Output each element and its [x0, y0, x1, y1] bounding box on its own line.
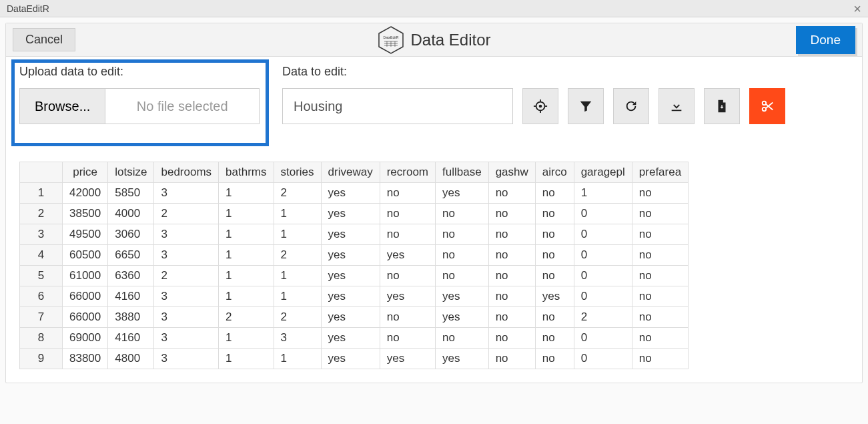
cell[interactable]: yes — [321, 266, 380, 286]
cell[interactable]: no — [436, 204, 489, 224]
done-button[interactable]: Done — [796, 26, 855, 54]
cell[interactable]: no — [488, 245, 535, 266]
cut-button[interactable] — [749, 88, 785, 124]
table-row[interactable]: 6660004160311yesyesyesnoyes0no — [20, 286, 689, 307]
cell[interactable]: no — [632, 224, 688, 245]
cell[interactable]: no — [488, 328, 535, 349]
row-number[interactable]: 2 — [20, 204, 63, 224]
cell[interactable]: 69000 — [63, 328, 108, 349]
cell[interactable]: 3 — [154, 183, 219, 204]
cell[interactable]: no — [632, 328, 688, 349]
row-number[interactable]: 8 — [20, 328, 63, 349]
table-row[interactable]: 2385004000211yesnononono0no — [20, 204, 689, 224]
column-header[interactable]: airco — [535, 162, 574, 183]
cell[interactable]: 0 — [574, 224, 632, 245]
cell[interactable]: 1 — [274, 204, 321, 224]
cell[interactable]: 3 — [154, 224, 219, 245]
file-button[interactable] — [704, 88, 740, 124]
cell[interactable]: 3880 — [108, 307, 154, 328]
close-icon[interactable]: × — [853, 2, 861, 15]
cell[interactable]: 6360 — [108, 266, 154, 286]
cell[interactable]: no — [535, 307, 574, 328]
cell[interactable]: 3 — [154, 286, 219, 307]
cell[interactable]: no — [632, 266, 688, 286]
table-row[interactable]: 8690004160313yesnononono0no — [20, 328, 689, 349]
cell[interactable]: 61000 — [63, 266, 108, 286]
cell[interactable]: no — [535, 245, 574, 266]
cell[interactable]: no — [436, 245, 489, 266]
cell[interactable]: 1 — [274, 286, 321, 307]
cell[interactable]: yes — [535, 286, 574, 307]
cell[interactable]: 3060 — [108, 224, 154, 245]
cell[interactable]: 1 — [274, 266, 321, 286]
row-number[interactable]: 7 — [20, 307, 63, 328]
cell[interactable]: yes — [436, 349, 489, 369]
cell[interactable]: no — [488, 286, 535, 307]
cell[interactable]: 2 — [274, 307, 321, 328]
cell[interactable]: no — [380, 266, 435, 286]
row-number[interactable]: 9 — [20, 349, 63, 369]
cell[interactable]: no — [632, 245, 688, 266]
cell[interactable]: 1 — [274, 349, 321, 369]
cell[interactable]: 4160 — [108, 286, 154, 307]
cell[interactable]: no — [436, 224, 489, 245]
cell[interactable]: 2 — [219, 307, 274, 328]
cell[interactable]: yes — [380, 349, 435, 369]
column-header[interactable]: price — [63, 162, 108, 183]
row-number[interactable]: 5 — [20, 266, 63, 286]
cell[interactable]: no — [632, 286, 688, 307]
row-number[interactable]: 3 — [20, 224, 63, 245]
cell[interactable]: no — [488, 266, 535, 286]
cell[interactable]: yes — [321, 349, 380, 369]
cell[interactable]: 4160 — [108, 328, 154, 349]
cell[interactable]: no — [380, 204, 435, 224]
cell[interactable]: no — [436, 328, 489, 349]
row-number[interactable]: 6 — [20, 286, 63, 307]
cell[interactable]: 1 — [219, 328, 274, 349]
cell[interactable]: no — [488, 307, 535, 328]
cell[interactable]: 1 — [219, 286, 274, 307]
table-row[interactable]: 4605006650312yesyesnonono0no — [20, 245, 689, 266]
column-header[interactable]: fullbase — [436, 162, 489, 183]
cell[interactable]: no — [380, 307, 435, 328]
cell[interactable]: no — [632, 183, 688, 204]
cell[interactable]: 0 — [574, 204, 632, 224]
browse-button[interactable]: Browse... — [20, 89, 105, 124]
cell[interactable]: 66000 — [63, 307, 108, 328]
cell[interactable]: 1 — [219, 245, 274, 266]
cell[interactable]: 1 — [219, 204, 274, 224]
column-header[interactable]: lotsize — [108, 162, 154, 183]
cell[interactable]: no — [380, 224, 435, 245]
target-button[interactable] — [522, 88, 558, 124]
cell[interactable]: 4800 — [108, 349, 154, 369]
cell[interactable]: 1 — [219, 224, 274, 245]
cell[interactable]: no — [488, 224, 535, 245]
cell[interactable]: yes — [321, 307, 380, 328]
cell[interactable]: yes — [380, 286, 435, 307]
cell[interactable]: 2 — [274, 245, 321, 266]
cell[interactable]: no — [632, 204, 688, 224]
cell[interactable]: 49500 — [63, 224, 108, 245]
cell[interactable]: 1 — [219, 183, 274, 204]
cell[interactable]: no — [535, 183, 574, 204]
cell[interactable]: 42000 — [63, 183, 108, 204]
cell[interactable]: 0 — [574, 286, 632, 307]
cell[interactable]: 38500 — [63, 204, 108, 224]
cell[interactable]: 60500 — [63, 245, 108, 266]
cell[interactable]: no — [535, 349, 574, 369]
table-row[interactable]: 7660003880322yesnoyesnono2no — [20, 307, 689, 328]
cell[interactable]: 5850 — [108, 183, 154, 204]
cell[interactable]: no — [436, 266, 489, 286]
cell[interactable]: 2 — [274, 183, 321, 204]
cell[interactable]: 0 — [574, 349, 632, 369]
column-header[interactable]: gashw — [488, 162, 535, 183]
cell[interactable]: yes — [321, 204, 380, 224]
cell[interactable]: 3 — [154, 349, 219, 369]
cell[interactable]: no — [535, 328, 574, 349]
cell[interactable]: no — [535, 224, 574, 245]
cell[interactable]: 83800 — [63, 349, 108, 369]
refresh-button[interactable] — [613, 88, 649, 124]
column-header[interactable]: prefarea — [632, 162, 688, 183]
cell[interactable]: no — [488, 183, 535, 204]
table-row[interactable]: 1420005850312yesnoyesnono1no — [20, 183, 689, 204]
